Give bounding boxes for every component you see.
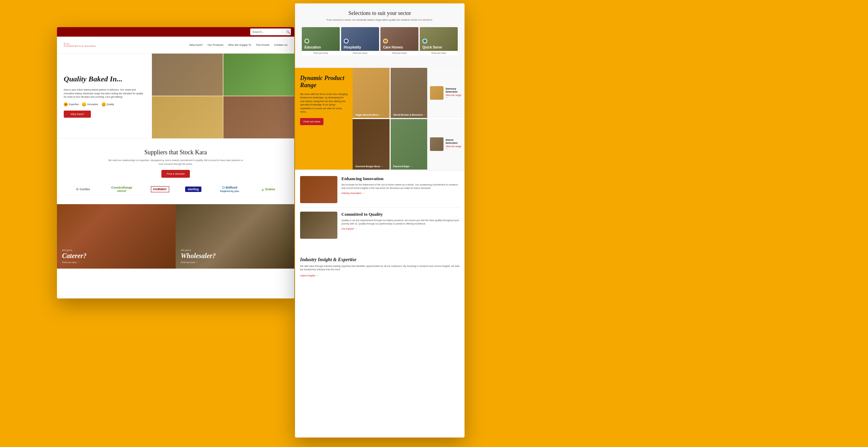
innovation-label: Innovation [87, 103, 98, 105]
food-item-4 [223, 96, 294, 138]
find-stockist-button[interactable]: Find a Stockist [161, 170, 190, 178]
product-grid: Vegan Brioche Buns → Sliced Breads & Blo… [353, 68, 427, 170]
quality-description: Quality is not just experienced through … [341, 219, 459, 226]
wholesaler-subtitle: Are you a [181, 249, 216, 251]
badge-innovation: 💡 Innovation [82, 102, 98, 106]
innovation-icon: 💡 [82, 102, 86, 106]
nav-contact[interactable]: Contact Us [274, 43, 288, 46]
navigation: Kara FOODSERVICE BAKERS Why Kara? Our Pr… [57, 37, 294, 54]
hero-text-area: Quality Baked In... Kara is your future … [57, 54, 152, 138]
product-cell-gourmet[interactable]: Gourmet Burger Buns → [353, 119, 390, 170]
innovation-section: Enhancing Innovation We innovate for the… [295, 170, 465, 252]
savoury-link[interactable]: View the range → [446, 94, 462, 99]
hero-title: Quality Baked In... [64, 74, 145, 84]
sector-card-hospitality[interactable]: Hospitality Find out more [341, 27, 379, 58]
carehomes-bg: Care Homes [380, 27, 418, 51]
flavored-bg [391, 119, 428, 170]
sterling-logo: sterling [185, 187, 202, 192]
logo[interactable]: Kara FOODSERVICE BAKERS [64, 43, 96, 47]
why-kara-button[interactable]: Why Kara? [64, 111, 91, 118]
nav-who-supply[interactable]: Who We Supply To [228, 43, 251, 46]
enhancing-thumb [300, 176, 337, 203]
left-browser-window: 🔍 Kara FOODSERVICE BAKERS Why Kara? Our … [57, 27, 294, 298]
suppliers-title: Suppliers that Stock Kara [64, 149, 288, 156]
hospitality-link[interactable]: Find out more [341, 51, 379, 55]
confex-logo: ⊙ Confex [73, 186, 93, 192]
education-dot [304, 39, 309, 43]
product-range-title: Dynamic Product Range [300, 75, 348, 89]
quickserve-dot [422, 39, 427, 43]
food-item-1 [152, 54, 223, 96]
savoury-title: Savoury Selection [446, 87, 462, 93]
quality-row: Committed to Quality Quality is not just… [300, 212, 459, 243]
product-cell-brioche[interactable]: Vegan Brioche Buns → [353, 68, 390, 118]
sweet-link[interactable]: View the range → [446, 145, 462, 150]
quickserve-label: Quick Serve [422, 45, 442, 49]
hospitality-label: Hospitality [344, 45, 361, 49]
sector-main-description: From savoury to sweet, our wholesale bak… [326, 18, 434, 22]
product-cell-flavored[interactable]: Flavored Baps → [391, 119, 428, 170]
nav-links: Why Kara? Our Products Who We Supply To … [189, 43, 288, 46]
product-range-left: Dynamic Product Range We move with the t… [295, 68, 353, 170]
badge-quality: 🏆 Quality [102, 102, 114, 106]
carehomes-link[interactable]: Find out more [380, 51, 418, 55]
product-cell-sliced[interactable]: Sliced Breads & Bloomers → [391, 68, 428, 118]
carehomes-dot [383, 39, 388, 43]
suppliers-section: Suppliers that Stock Kara We build our r… [57, 138, 294, 204]
product-range-description: We move with the times of the ever-chang… [300, 93, 348, 114]
enhancing-title: Enhancing Innovation [341, 176, 459, 181]
gourmet-label: Gourmet Burger Buns → [355, 165, 383, 168]
education-link[interactable]: Find out more [302, 51, 340, 55]
quality-icon: 🏆 [102, 102, 106, 106]
enhancing-description: We innovate for the betterment of the ou… [341, 183, 459, 190]
sweet-selection-cell[interactable]: Sweet Selection View the range → [427, 119, 465, 170]
fairway-logo: FAIRWAY [151, 186, 169, 192]
nav-krumb[interactable]: The Krumb [256, 43, 270, 46]
sector-cards: Education Find out more Hospitality Find… [300, 27, 459, 63]
savoury-info: Savoury Selection View the range → [446, 87, 462, 99]
brioche-label: Vegan Brioche Buns → [355, 114, 381, 116]
hospitality-bg: Hospitality [341, 27, 379, 51]
sector-card-quickserve[interactable]: Quick Serve Find out more [420, 27, 458, 58]
enhancing-link[interactable]: Industry Innovation → [341, 192, 459, 194]
carehomes-label: Care Homes [383, 45, 403, 49]
hero-section: Quality Baked In... Kara is your future … [57, 54, 294, 138]
caterer-card[interactable]: Are you a Caterer? Find out more → [57, 204, 176, 269]
brakes-logo: 🍃 brakes [258, 186, 278, 192]
search-input[interactable] [252, 30, 286, 34]
product-range-cta[interactable]: Find out more [300, 118, 323, 125]
sector-card-education[interactable]: Education Find out more [302, 27, 340, 58]
enhancing-content: Enhancing Innovation We innovate for the… [341, 176, 459, 203]
hero-description: Kara is your future bakery-based partner… [64, 88, 145, 99]
search-icon: 🔍 [286, 30, 290, 34]
wholesaler-link: Find out more → [181, 261, 216, 264]
nav-our-products[interactable]: Our Products [208, 43, 223, 46]
hero-image [152, 54, 294, 138]
expertise-icon: ★ [64, 102, 68, 106]
insight-section: Industry Insight & Expertise We add valu… [295, 252, 465, 282]
gourmet-bg [353, 119, 390, 170]
sweet-title: Sweet Selection [446, 138, 462, 144]
logo-subtitle: FOODSERVICE BAKERS [64, 45, 96, 47]
country-range-logo: CountryRangeGROUP [108, 184, 135, 194]
insight-link[interactable]: Latest Insights → [300, 274, 459, 277]
caterer-link: Find out more → [62, 261, 86, 264]
sliced-bg [391, 68, 428, 118]
food-item-2 [223, 54, 294, 96]
savoury-selection-cell[interactable]: Savoury Selection View the range → [427, 68, 465, 118]
food-item-3 [152, 96, 223, 138]
sweet-thumb [430, 137, 443, 151]
nav-why-kara[interactable]: Why Kara? [189, 43, 203, 46]
sector-card-carehomes[interactable]: Care Homes Find out more [380, 27, 418, 58]
quickserve-link[interactable]: Find out more [420, 51, 458, 55]
quality-content: Committed to Quality Quality is not just… [341, 212, 459, 239]
right-browser-window: Selections to suit your sector From savo… [295, 3, 465, 438]
food-collage [152, 54, 294, 138]
search-bar[interactable]: 🔍 [250, 28, 291, 35]
sliced-label: Sliced Breads & Bloomers → [393, 114, 426, 116]
enhancing-innovation-row: Enhancing Innovation We innovate for the… [300, 176, 459, 208]
hero-badges: ★ Expertise 💡 Innovation 🏆 Quality [64, 102, 145, 106]
quality-link[interactable]: Our Experts → [341, 228, 459, 230]
wholesaler-card[interactable]: Are you a Wholesaler? Find out more → [176, 204, 294, 269]
expertise-label: Expertise [69, 103, 79, 105]
